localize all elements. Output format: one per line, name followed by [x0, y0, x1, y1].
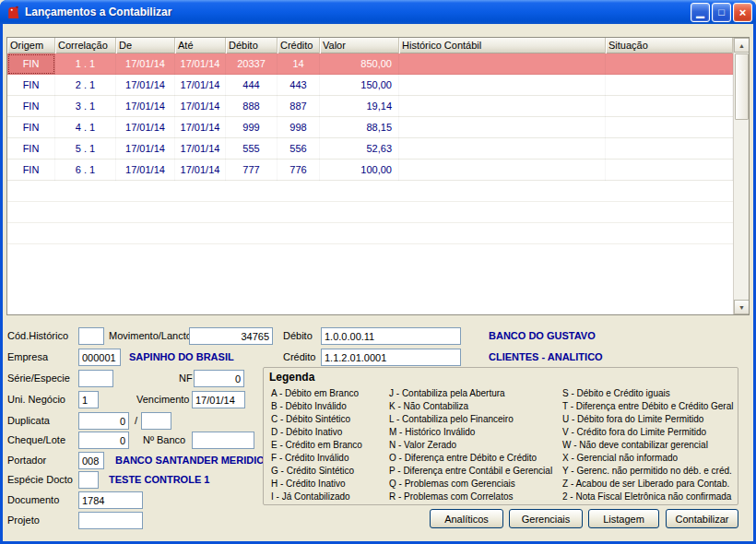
- maximize-button[interactable]: □: [712, 3, 731, 22]
- listagem-button[interactable]: Listagem: [588, 509, 659, 528]
- cell-correlacao: 6 . 1: [55, 160, 116, 181]
- column-header-situacao[interactable]: Situação: [606, 38, 733, 53]
- column-header-correlacao[interactable]: Correlação: [55, 38, 116, 53]
- cell-credito: 14: [278, 53, 320, 75]
- legend-item: J - Contabiliza pela Abertura: [389, 387, 552, 400]
- cell-valor: 150,00: [320, 75, 399, 96]
- vencimento-input[interactable]: [192, 391, 245, 408]
- projeto-input[interactable]: [78, 512, 143, 529]
- num-banco-label: Nº Banco: [143, 434, 185, 445]
- legend-item: U - Débito fora do Limite Permitido: [562, 413, 733, 426]
- legend-groupbox: Legenda A - Débito em Branco B - Débito …: [263, 367, 738, 505]
- entries-grid: Origem Correlação De Até Débito Crédito …: [6, 37, 750, 315]
- scrollbar-thumb[interactable]: [735, 53, 749, 120]
- vertical-scrollbar[interactable]: ▲ ▼: [733, 38, 749, 314]
- scroll-up-button[interactable]: ▲: [734, 38, 750, 53]
- table-row[interactable]: FIN 2 . 1 17/01/14 17/01/14 444 443 150,…: [7, 75, 733, 96]
- legend-item: T - Diferença entre Débito e Crédito Ger…: [562, 400, 733, 413]
- cell-correlacao: 4 . 1: [55, 117, 116, 138]
- duplicata-seq-input[interactable]: [141, 412, 171, 430]
- portador-input[interactable]: [78, 452, 104, 469]
- scroll-up-icon: ▲: [738, 42, 745, 49]
- empresa-input[interactable]: [78, 349, 121, 366]
- cell-situacao: [606, 138, 733, 160]
- legend-item: O - Diferença entre Débito e Crédito: [389, 452, 552, 465]
- close-button[interactable]: ×: [733, 3, 752, 22]
- cell-valor: 19,14: [320, 96, 399, 117]
- cell-ate: 17/01/14: [175, 96, 226, 117]
- analiticos-button[interactable]: Analíticos: [430, 509, 503, 528]
- portador-name: BANCO SANTANDER MERIDIOAL: [115, 455, 278, 466]
- cell-debito: 777: [226, 160, 278, 181]
- table-row[interactable]: FIN 5 . 1 17/01/14 17/01/14 555 556 52,6…: [7, 138, 733, 160]
- column-header-historico[interactable]: Histórico Contábil: [399, 38, 606, 53]
- column-header-debito[interactable]: Débito: [226, 38, 278, 53]
- cheque-lote-label: Cheque/Lote: [7, 434, 65, 445]
- column-header-origem[interactable]: Origem: [7, 38, 55, 53]
- empty-row: [7, 181, 733, 202]
- cell-historico: [399, 160, 606, 181]
- credito-label: Crédito: [283, 351, 315, 362]
- column-header-valor[interactable]: Valor: [320, 38, 399, 53]
- cell-correlacao: 5 . 1: [55, 138, 116, 160]
- cell-de: 17/01/14: [116, 160, 175, 181]
- legend-item: L - Contabiliza pelo Financeiro: [389, 413, 552, 426]
- window-title: Lançamentos a Contabilizar: [25, 6, 689, 18]
- movimento-input[interactable]: [189, 327, 273, 345]
- uni-negocio-input[interactable]: [78, 391, 99, 408]
- legend-item: B - Débito Inválido: [271, 400, 362, 413]
- legend-item: C - Débito Sintético: [271, 413, 362, 426]
- cell-debito: 444: [226, 75, 278, 96]
- legend-item: N - Valor Zerado: [389, 439, 552, 452]
- cell-historico: [399, 138, 606, 160]
- scroll-down-button[interactable]: ▼: [734, 300, 750, 314]
- cell-situacao: [606, 96, 733, 117]
- cell-valor: 52,63: [320, 138, 399, 160]
- cheque-lote-input[interactable]: [78, 432, 129, 449]
- column-header-de[interactable]: De: [116, 38, 175, 53]
- table-row[interactable]: FIN 4 . 1 17/01/14 17/01/14 999 998 88,1…: [7, 117, 733, 138]
- cell-debito: 20337: [226, 53, 278, 75]
- legend-item: K - Não Contabiliza: [389, 400, 552, 413]
- duplicata-input[interactable]: [78, 412, 129, 430]
- table-row[interactable]: FIN 1 . 1 17/01/14 17/01/14 20337 14 850…: [7, 53, 733, 75]
- debito-input[interactable]: [321, 327, 461, 345]
- legend-column-3: S - Débito e Crédito iguais T - Diferenç…: [562, 387, 733, 503]
- cell-credito: 776: [278, 160, 320, 181]
- app-window: Lançamentos a Contabilizar ▁ □ × Origem …: [0, 0, 756, 544]
- column-header-ate[interactable]: Até: [175, 38, 226, 53]
- credito-input[interactable]: [321, 349, 461, 366]
- column-header-credito[interactable]: Crédito: [278, 38, 320, 53]
- legend-item: Q - Problemas com Gerenciais: [389, 478, 552, 491]
- cell-origem: FIN: [7, 160, 55, 181]
- gerenciais-button[interactable]: Gerenciais: [509, 509, 583, 528]
- cell-valor: 850,00: [320, 53, 399, 75]
- legend-item: H - Crédito Inativo: [271, 478, 362, 491]
- especie-docto-input[interactable]: [78, 471, 99, 489]
- close-icon: ×: [739, 6, 747, 18]
- cell-historico: [399, 53, 606, 75]
- cell-credito: 556: [278, 138, 320, 160]
- cell-origem: FIN: [7, 117, 55, 138]
- cell-situacao: [606, 117, 733, 138]
- legend-item: Z - Acabou de ser Liberado para Contab.: [562, 478, 733, 491]
- cell-valor: 88,15: [320, 117, 399, 138]
- legend-item: V - Crédito fora do Limite Permitido: [562, 426, 733, 439]
- minimize-icon: ▁: [696, 7, 703, 18]
- cell-de: 17/01/14: [116, 138, 175, 160]
- table-row[interactable]: FIN 3 . 1 17/01/14 17/01/14 888 887 19,1…: [7, 96, 733, 117]
- nf-input[interactable]: [194, 370, 244, 387]
- cell-ate: 17/01/14: [175, 160, 226, 181]
- cell-origem: FIN: [7, 53, 55, 75]
- cell-situacao: [606, 53, 733, 75]
- table-row[interactable]: FIN 6 . 1 17/01/14 17/01/14 777 776 100,…: [7, 160, 733, 181]
- window-controls: ▁ □ ×: [689, 3, 752, 22]
- minimize-button[interactable]: ▁: [691, 3, 710, 22]
- num-banco-input[interactable]: [192, 432, 254, 449]
- contabilizar-button[interactable]: Contabilizar: [666, 509, 738, 528]
- nf-label: NF: [179, 373, 193, 384]
- documento-input[interactable]: [78, 491, 143, 509]
- serie-especie-input[interactable]: [78, 370, 113, 387]
- cod-historico-input[interactable]: [78, 327, 104, 345]
- cell-credito: 443: [278, 75, 320, 96]
